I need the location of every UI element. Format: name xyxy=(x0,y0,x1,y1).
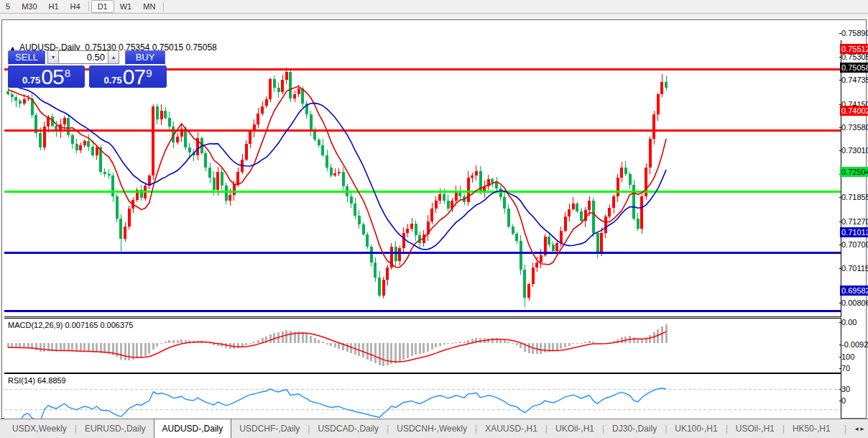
chart-window: ▲AUDUSD-,Daily 0.75130 0.75354 0.75015 0… xyxy=(1,19,867,419)
price-tick-0.70700: 0.70700 xyxy=(841,240,868,250)
timeframe-button-5[interactable]: 5 xyxy=(0,1,16,12)
tab-usdcad-daily[interactable]: USDCAD-,Daily xyxy=(310,419,387,438)
ma-fast-line xyxy=(8,86,666,268)
sell-button[interactable]: SELL xyxy=(8,50,45,65)
macd-axis-0.008061: 0.008061 xyxy=(841,298,868,308)
tab-xauusd-h1[interactable]: XAUUSD-,H1 xyxy=(477,419,545,438)
buy-price-display[interactable]: 0.75 07 9 xyxy=(89,65,167,88)
tab-nav: |◄► xyxy=(844,419,865,438)
timeframe-button-m30[interactable]: M30 xyxy=(16,1,42,12)
tab-divider: | xyxy=(844,424,846,434)
price-tick-0.71270: 0.71270 xyxy=(841,217,868,227)
sell-price-big: 05 xyxy=(41,67,63,87)
price-tick-0.73010: 0.73010 xyxy=(841,146,868,155)
tab-scroll-right-icon[interactable]: ► xyxy=(859,426,865,432)
buy-price-pip: 9 xyxy=(146,67,152,79)
tab-usdcnh-weekly[interactable]: USDCNH-,Weekly xyxy=(389,419,475,438)
timeframe-button-mn[interactable]: MN xyxy=(137,1,161,12)
chart-tab-bar: USDX,Weekly|EURUSD-,DailyAUDUSD-,DailyUS… xyxy=(0,419,868,438)
tab-audusd-daily[interactable]: AUDUSD-,Daily xyxy=(154,419,232,438)
macd-histogram xyxy=(7,324,668,366)
price-badge-0.74002: 0.74002 xyxy=(840,106,868,116)
price-badge-0.69582: 0.69582 xyxy=(840,286,868,296)
timeframe-button-w1[interactable]: W1 xyxy=(114,1,138,12)
timeframe-button-h1[interactable]: H1 xyxy=(43,1,65,12)
volume-increase-button[interactable]: ▲ xyxy=(108,50,119,64)
ma-slow-line xyxy=(8,83,666,250)
price-tick-0.70115: 0.70115 xyxy=(841,264,868,273)
toolbar-separator xyxy=(88,1,89,12)
rsi-line xyxy=(8,388,666,421)
tab-hk50-h1[interactable]: HK50-,H1 xyxy=(785,419,839,438)
price-tick-0.75305: 0.75305 xyxy=(841,53,868,62)
rsi-chart xyxy=(4,374,841,425)
timeframe-toolbar: 5M30H1H4D1W1MN xyxy=(0,0,868,14)
timeframe-button-h4[interactable]: H4 xyxy=(65,1,86,12)
buy-button[interactable]: BUY xyxy=(125,50,165,65)
macd-panel[interactable]: MACD(12,26,9) 0.007165 0.006375 xyxy=(4,318,841,373)
buy-price-prefix: 0.75 xyxy=(103,75,121,86)
sell-price-pip: 8 xyxy=(65,67,70,79)
tab-eurusd-daily[interactable]: EURUSD-,Daily xyxy=(77,419,154,438)
one-click-trade-panel: SELL ▼ ▲ BUY 0.75 05 8 0.75 07 9 xyxy=(8,50,167,88)
rsi-levels xyxy=(4,389,841,409)
price-tick-0.75890: 0.75890 xyxy=(841,29,868,38)
tab-usdx-weekly[interactable]: USDX,Weekly xyxy=(4,419,75,438)
macd-axis--0.009286: -0.009286 xyxy=(841,340,868,350)
horizontal-level-lines[interactable] xyxy=(4,69,841,311)
trading-app: 5M30H1H4D1W1MN ▲AUDUSD-,Daily 0.75130 0.… xyxy=(0,0,868,438)
price-badge-0.75058: 0.75058 xyxy=(840,63,868,73)
sell-price-prefix: 0.75 xyxy=(22,75,40,86)
tab-uk100-h1[interactable]: UK100-,H1 xyxy=(667,419,725,438)
rsi-axis-30: 30 xyxy=(841,385,850,394)
macd-axis-0.00: 0.00 xyxy=(841,318,857,327)
rsi-label: RSI(14) 64.8859 xyxy=(8,376,66,385)
volume-input[interactable] xyxy=(59,50,108,64)
price-axis[interactable]: 0.758900.755120.753050.750580.747350.741… xyxy=(839,19,868,419)
rsi-axis-0: 0 xyxy=(841,396,846,406)
price-tick-0.73580: 0.73580 xyxy=(841,123,868,132)
tab-usoil-h1[interactable]: USOil-,H1 xyxy=(728,419,782,438)
timeframe-button-d1[interactable]: D1 xyxy=(91,0,114,13)
macd-label: MACD(12,26,9) 0.007165 0.006375 xyxy=(8,321,133,329)
volume-decrease-button[interactable]: ▼ xyxy=(47,50,59,64)
buy-price-big: 07 xyxy=(123,67,145,87)
candlestick-series xyxy=(6,68,668,307)
price-tick-0.71855: 0.71855 xyxy=(841,193,868,202)
toolbar-separator xyxy=(163,1,164,12)
tab-ukoil-h1[interactable]: UKOil-,H1 xyxy=(548,419,602,438)
sell-price-display[interactable]: 0.75 05 8 xyxy=(8,65,85,88)
price-tick-0.74735: 0.74735 xyxy=(841,76,868,85)
tab-usdchf-daily[interactable]: USDCHF-,Daily xyxy=(231,419,308,438)
price-badge-0.71013: 0.71013 xyxy=(840,227,868,237)
price-badge-0.72504: 0.72504 xyxy=(840,167,868,177)
rsi-axis-70: 70 xyxy=(841,364,850,373)
rsi-axis-100: 100 xyxy=(841,352,854,362)
tab-dj30-daily[interactable]: DJ30-,Daily xyxy=(604,419,665,438)
macd-signal-line xyxy=(8,332,666,362)
tab-scroll-left-icon[interactable]: ◄ xyxy=(854,426,859,432)
